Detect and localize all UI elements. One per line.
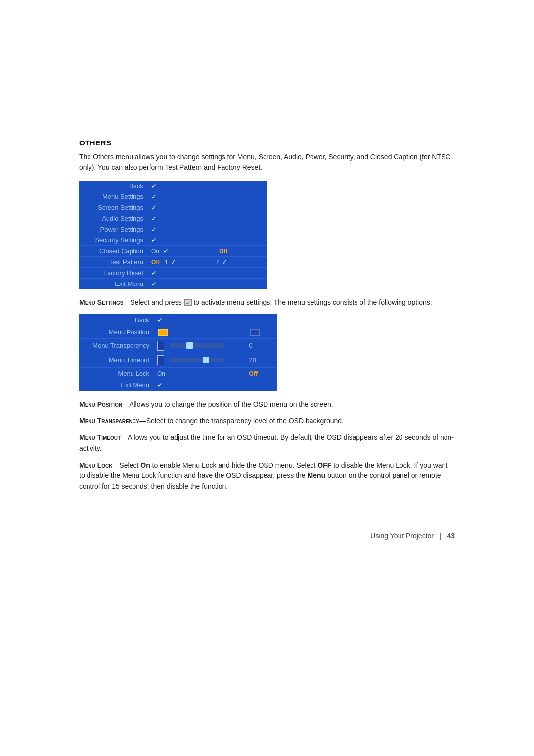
timeout-slider <box>170 358 224 362</box>
submenu-row-label: Menu Timeout <box>79 353 153 367</box>
menu-row-label: Power Settings <box>79 224 148 235</box>
table-row: Back ✓ <box>79 181 267 191</box>
page-number: 43 <box>447 532 455 540</box>
menu-row-value: ✓ <box>148 181 212 191</box>
desc-transparency: Menu Transparency—Select to change the t… <box>79 416 455 426</box>
table-row: Screen Settings ✓ <box>79 202 267 213</box>
term-position: Menu Position <box>79 400 122 408</box>
table-row: Test Pattern Off 1 ✓ 2 ✓ <box>79 257 267 268</box>
menu-row-label: Back <box>79 181 148 191</box>
submenu-row-label: Menu Lock <box>79 367 153 379</box>
table-row: Audio Settings ✓ <box>79 213 267 224</box>
intro-paragraph: The Others menu allows you to change set… <box>79 152 455 173</box>
menu-row-label: Screen Settings <box>79 202 148 213</box>
table-row: Menu Settings ✓ <box>79 191 267 202</box>
footer-separator: | <box>440 532 444 540</box>
menu-settings-description: Menu Settings—Select and press ✓ to acti… <box>79 297 455 308</box>
table-row: Menu Timeout 20 <box>79 353 277 367</box>
table-row: Menu Position <box>79 326 277 338</box>
submenu-row-label: Back <box>79 314 153 326</box>
submenu-row-label: Menu Position <box>79 326 153 338</box>
menu-row-label: Audio Settings <box>79 213 148 224</box>
menu-row-label: Security Settings <box>79 235 148 246</box>
transparency-icon <box>157 341 164 351</box>
position-icon <box>250 329 260 336</box>
table-row: Menu Lock On Off <box>79 367 277 379</box>
submenu-row-label: Exit Menu <box>79 379 153 391</box>
desc-timeout: Menu Timeout—Allows you to adjust the ti… <box>79 432 455 454</box>
table-row: Back ✓ <box>79 314 277 326</box>
menu-row-label: Exit Menu <box>79 279 148 289</box>
term-transparency: Menu Transparency <box>79 417 139 425</box>
menu-row-label: Closed Caption <box>79 246 148 257</box>
table-row: Power Settings ✓ <box>79 224 267 235</box>
menu-row-label: Test Pattern <box>79 257 148 268</box>
desc-position: Menu Position—Allows you to change the p… <box>79 399 455 410</box>
submenu-row-label: Menu Transparency <box>79 338 153 353</box>
enter-key-icon: ✓ <box>184 299 192 306</box>
menu-row-label: Factory Reset <box>79 268 148 279</box>
desc-lock: Menu Lock—Select On to enable Menu Lock … <box>79 460 455 492</box>
term-timeout: Menu Timeout <box>79 433 121 441</box>
table-row: Closed Caption On ✓ Off <box>79 246 267 257</box>
transparency-slider <box>170 343 224 348</box>
footer: Using Your Projector | 43 <box>79 532 455 540</box>
table-row: Exit Menu ✓ <box>79 379 277 391</box>
table-row: Exit Menu ✓ <box>79 279 267 289</box>
position-icon-selected <box>158 329 168 336</box>
section-title: OTHERS <box>79 139 455 147</box>
osd-main-menu: Back ✓ Menu Settings ✓ Screen Settings ✓ <box>79 181 267 289</box>
term-menu-settings: Menu Settings <box>79 298 123 306</box>
menu-row-label: Menu Settings <box>79 191 148 202</box>
term-lock: Menu Lock <box>79 461 112 469</box>
timeout-icon <box>157 355 164 365</box>
osd-submenu: Back ✓ Menu Position Menu Transparency <box>79 314 277 391</box>
footer-text: Using Your Projector <box>370 532 434 540</box>
table-row: Menu Transparency 0 <box>79 338 277 353</box>
table-row: Factory Reset ✓ <box>79 268 267 279</box>
table-row: Security Settings ✓ <box>79 235 267 246</box>
page-content: OTHERS The Others menu allows you to cha… <box>0 0 534 579</box>
